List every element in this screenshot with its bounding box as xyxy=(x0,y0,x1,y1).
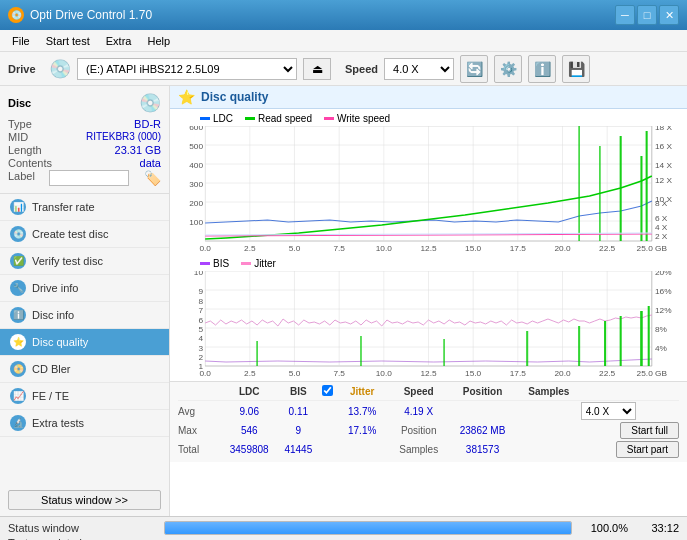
chart2-legend: BIS Jitter xyxy=(170,256,687,271)
max-ldc-val: 546 xyxy=(222,425,276,436)
start-full-button[interactable]: Start full xyxy=(620,422,679,439)
progress-row: Status window 100.0% 33:12 xyxy=(0,517,687,537)
svg-text:7.5: 7.5 xyxy=(333,369,345,378)
legend-bis-label: BIS xyxy=(213,258,229,269)
position-label: Position xyxy=(389,425,448,436)
jitter-checkbox[interactable] xyxy=(322,385,333,396)
svg-text:12.5: 12.5 xyxy=(420,244,437,253)
nav-fe-te[interactable]: 📈 FE / TE xyxy=(0,383,169,410)
svg-text:16%: 16% xyxy=(655,287,672,296)
speed-label: Speed xyxy=(345,63,378,75)
create-test-disc-icon: 💿 xyxy=(10,226,26,242)
svg-text:7: 7 xyxy=(198,306,203,315)
menu-help[interactable]: Help xyxy=(139,33,178,49)
disc-label-row: Label 🏷️ xyxy=(8,170,161,186)
samples-label: Samples xyxy=(389,444,448,455)
svg-text:25.0 GB: 25.0 GB xyxy=(637,369,667,378)
status-window-label: Status window xyxy=(8,522,158,534)
nav-transfer-rate[interactable]: 📊 Transfer rate xyxy=(0,194,169,221)
drive-label: Drive xyxy=(8,63,43,75)
svg-text:15.0: 15.0 xyxy=(465,369,482,378)
refresh-button[interactable]: 🔄 xyxy=(460,55,488,83)
write-dot xyxy=(324,117,334,120)
legend-read: Read speed xyxy=(245,113,312,124)
svg-text:20.0: 20.0 xyxy=(554,369,571,378)
speed-select[interactable]: 1.0 X 2.0 X 4.0 X 8.0 X xyxy=(384,58,454,80)
ldc-dot xyxy=(200,117,210,120)
menu-start-test[interactable]: Start test xyxy=(38,33,98,49)
svg-text:5.0: 5.0 xyxy=(289,369,301,378)
svg-text:400: 400 xyxy=(189,161,203,170)
chart2-svg: 10 9 8 7 6 5 4 3 2 1 20% 16% 12% 8% 4% 0… xyxy=(174,271,683,381)
disc-quality-header: ⭐ Disc quality xyxy=(170,86,687,109)
info-button[interactable]: ℹ️ xyxy=(528,55,556,83)
menu-extra[interactable]: Extra xyxy=(98,33,140,49)
disc-label-input[interactable] xyxy=(49,170,129,186)
disc-label-key: Label xyxy=(8,170,35,186)
config-button[interactable]: ⚙️ xyxy=(494,55,522,83)
svg-text:9: 9 xyxy=(198,287,203,296)
svg-text:0.0: 0.0 xyxy=(199,369,211,378)
svg-text:22.5: 22.5 xyxy=(599,244,616,253)
svg-text:2: 2 xyxy=(198,353,203,362)
bis-col-header: BIS xyxy=(276,386,320,397)
label-icon[interactable]: 🏷️ xyxy=(144,170,161,186)
legend-write-label: Write speed xyxy=(337,113,390,124)
disc-type-key: Type xyxy=(8,118,32,130)
nav-create-test-disc[interactable]: 💿 Create test disc xyxy=(0,221,169,248)
svg-text:17.5: 17.5 xyxy=(510,244,527,253)
legend-write: Write speed xyxy=(324,113,390,124)
minimize-button[interactable]: ─ xyxy=(615,5,635,25)
legend-bis: BIS xyxy=(200,258,229,269)
max-position-val: 23862 MB xyxy=(448,425,517,436)
nav-verify-test-disc[interactable]: ✅ Verify test disc xyxy=(0,248,169,275)
max-bis-val: 9 xyxy=(276,425,320,436)
svg-text:4%: 4% xyxy=(655,344,667,353)
menu-file[interactable]: File xyxy=(4,33,38,49)
nav-extra-tests[interactable]: 🔬 Extra tests xyxy=(0,410,169,437)
sidebar: Disc 💿 Type BD-R MID RITEKBR3 (000) Leng… xyxy=(0,86,170,516)
eject-button[interactable]: ⏏ xyxy=(303,58,331,80)
nav-disc-quality[interactable]: ⭐ Disc quality xyxy=(0,329,169,356)
close-button[interactable]: ✕ xyxy=(659,5,679,25)
save-button[interactable]: 💾 xyxy=(562,55,590,83)
stats-speed-select[interactable]: 1.0 X2.0 X4.0 X8.0 X xyxy=(581,402,636,420)
speed-col-header: Speed xyxy=(389,386,448,397)
nav-fe-te-label: FE / TE xyxy=(32,390,69,402)
disc-panel-label: Disc xyxy=(8,97,31,109)
svg-text:14 X: 14 X xyxy=(655,161,673,170)
nav-disc-info[interactable]: ℹ️ Disc info xyxy=(0,302,169,329)
svg-text:10: 10 xyxy=(194,271,204,277)
nav-drive-info-label: Drive info xyxy=(32,282,78,294)
nav-cd-bler[interactable]: 📀 CD Bler xyxy=(0,356,169,383)
disc-panel: Disc 💿 Type BD-R MID RITEKBR3 (000) Leng… xyxy=(0,86,169,194)
status-window-button[interactable]: Status window >> xyxy=(8,490,161,510)
svg-text:15.0: 15.0 xyxy=(465,244,482,253)
disc-quality-header-icon: ⭐ xyxy=(178,89,195,105)
main-content: ⭐ Disc quality LDC Read speed Write spee… xyxy=(170,86,687,516)
total-label: Total xyxy=(178,444,222,455)
nav-disc-quality-label: Disc quality xyxy=(32,336,88,348)
ldc-col-header: LDC xyxy=(222,386,276,397)
legend-ldc-label: LDC xyxy=(213,113,233,124)
svg-text:8 X: 8 X xyxy=(655,199,668,208)
drive-bar: Drive 💿 (E:) ATAPI iHBS212 2.5L09 ⏏ Spee… xyxy=(0,52,687,86)
avg-ldc-val: 9.06 xyxy=(222,406,276,417)
max-label: Max xyxy=(178,425,222,436)
progress-bar xyxy=(164,521,572,535)
window-controls: ─ □ ✕ xyxy=(615,5,679,25)
jitter-col-header: Jitter xyxy=(335,386,389,397)
nav-drive-info[interactable]: 🔧 Drive info xyxy=(0,275,169,302)
nav-list: 📊 Transfer rate 💿 Create test disc ✅ Ver… xyxy=(0,194,169,437)
maximize-button[interactable]: □ xyxy=(637,5,657,25)
chart1-legend: LDC Read speed Write speed xyxy=(170,111,687,126)
progress-pct: 100.0% xyxy=(578,522,628,534)
extra-tests-icon: 🔬 xyxy=(10,415,26,431)
start-part-button[interactable]: Start part xyxy=(616,441,679,458)
disc-contents-val: data xyxy=(140,157,161,169)
drive-select[interactable]: (E:) ATAPI iHBS212 2.5L09 xyxy=(77,58,297,80)
svg-text:18 X: 18 X xyxy=(655,126,673,132)
drive-disc-icon: 💿 xyxy=(49,58,71,80)
verify-test-disc-icon: ✅ xyxy=(10,253,26,269)
svg-text:12%: 12% xyxy=(655,306,672,315)
